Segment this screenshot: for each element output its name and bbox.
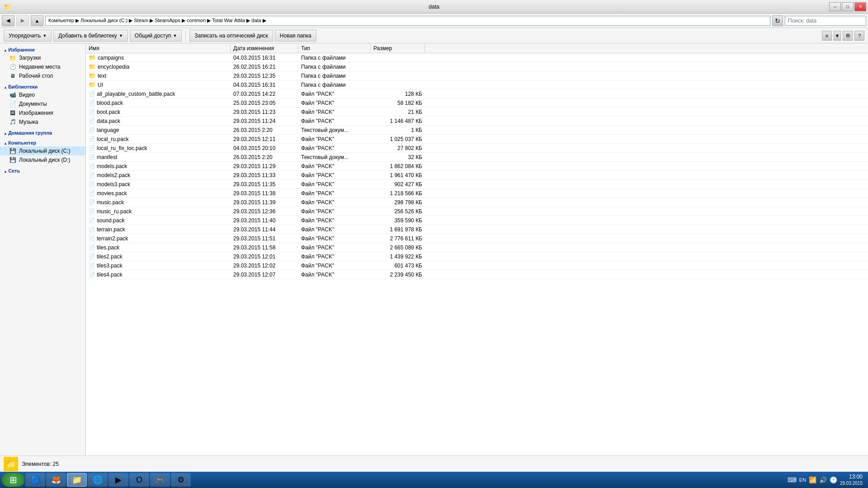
col-header-type[interactable]: Тип bbox=[298, 44, 371, 52]
table-row[interactable]: 📄 movies.pack 29.03.2015 11:38 Файл "PAC… bbox=[86, 189, 868, 198]
view-details-button[interactable]: ⊞ bbox=[843, 31, 853, 41]
file-date: 04.03.2015 16:31 bbox=[231, 55, 298, 61]
computer-section-header[interactable]: Компьютер bbox=[0, 138, 85, 146]
view-list-button[interactable]: ≡ bbox=[822, 31, 832, 41]
view-dropdown-button[interactable]: ▼ bbox=[834, 31, 841, 41]
file-size: 27 802 КБ bbox=[371, 145, 425, 151]
up-button[interactable]: ▲ bbox=[31, 15, 43, 26]
table-row[interactable]: 📄 music_ru.pack 29.03.2015 12:36 Файл "P… bbox=[86, 207, 868, 216]
toolbar: Упорядочить ▼ Добавить в библиотеку ▼ Об… bbox=[0, 28, 868, 43]
col-header-date[interactable]: Дата изменения bbox=[231, 44, 298, 52]
file-date: 29.03.2015 12:07 bbox=[231, 272, 298, 278]
sidebar-item-images[interactable]: 🖼 Изображения bbox=[0, 108, 85, 117]
sidebar-item-drive-c[interactable]: 💾 Локальный диск (C:) bbox=[0, 146, 85, 155]
table-row[interactable]: 📄 all_playable_custom_battle.pack 07.03.… bbox=[86, 89, 868, 99]
sidebar-item-desktop[interactable]: 🖥 Рабочий стол bbox=[0, 71, 85, 80]
share-arrow-icon: ▼ bbox=[173, 33, 177, 38]
file-date: 29.03.2015 11:58 bbox=[231, 244, 298, 251]
file-size: 2 665 089 КБ bbox=[371, 244, 425, 251]
taskbar-app-media[interactable]: ▶ bbox=[108, 473, 128, 487]
taskbar-app-steam[interactable]: 🎮 bbox=[150, 473, 170, 487]
table-row[interactable]: 📄 models.pack 29.03.2015 11:29 Файл "PAC… bbox=[86, 162, 868, 171]
file-icon: 📄 bbox=[89, 181, 95, 187]
sidebar-item-documents[interactable]: 📄 Документы bbox=[0, 99, 85, 108]
table-row[interactable]: 📄 models3.pack 29.03.2015 11:35 Файл "PA… bbox=[86, 180, 868, 189]
file-list-header: Имя Дата изменения Тип Размер bbox=[86, 43, 868, 53]
file-size: 1 146 487 КБ bbox=[371, 118, 425, 124]
tray-network-icon: 📶 bbox=[809, 476, 816, 483]
add-library-arrow-icon: ▼ bbox=[119, 33, 123, 38]
search-input[interactable] bbox=[785, 16, 866, 26]
col-header-name[interactable]: Имя bbox=[86, 44, 231, 52]
table-row[interactable]: 📄 tiles.pack 29.03.2015 11:58 Файл "PACK… bbox=[86, 243, 868, 252]
table-row[interactable]: 📄 tiles3.pack 29.03.2015 12:02 Файл "PAC… bbox=[86, 261, 868, 270]
table-row[interactable]: 📄 terrain.pack 29.03.2015 11:44 Файл "PA… bbox=[86, 225, 868, 234]
network-label: Сеть bbox=[8, 168, 20, 174]
taskbar-app-ie[interactable]: 🌐 bbox=[88, 473, 108, 487]
file-date: 07.03.2015 14:22 bbox=[231, 91, 298, 97]
taskbar-app-extra[interactable]: ⚙ bbox=[171, 473, 191, 487]
share-button[interactable]: Общий доступ ▼ bbox=[130, 30, 182, 42]
taskbar-app-opera[interactable]: O bbox=[129, 473, 149, 487]
taskbar-app-firefox[interactable]: 🦊 bbox=[46, 473, 66, 487]
forward-button[interactable]: ▶ bbox=[16, 15, 29, 26]
file-name: encyclopedia bbox=[98, 64, 129, 70]
new-folder-button[interactable]: Новая папка bbox=[275, 30, 316, 42]
sidebar-item-video[interactable]: 📹 Видео bbox=[0, 90, 85, 99]
file-date: 26.03.2015 2:20 bbox=[231, 127, 298, 133]
table-row[interactable]: 📁 encyclopedia 26.02.2015 16:21 Папка с … bbox=[86, 62, 868, 71]
sidebar-item-music[interactable]: 🎵 Музыка bbox=[0, 117, 85, 127]
libraries-section-header[interactable]: Библиотеки bbox=[0, 82, 85, 90]
network-section-header[interactable]: Сеть bbox=[0, 166, 85, 174]
table-row[interactable]: 📄 data.pack 29.03.2015 11:24 Файл "PACK"… bbox=[86, 117, 868, 126]
close-button[interactable]: ✕ bbox=[854, 2, 866, 11]
file-type: Файл "PACK" bbox=[298, 190, 371, 197]
sidebar-item-video-label: Видео bbox=[19, 92, 35, 98]
organize-label: Упорядочить bbox=[9, 33, 41, 39]
taskbar-app-chrome[interactable]: 🔵 bbox=[25, 473, 45, 487]
refresh-button[interactable]: ↻ bbox=[772, 15, 783, 26]
file-date: 29.03.2015 12:36 bbox=[231, 208, 298, 215]
table-row[interactable]: 📄 blood.pack 25.03.2015 23:05 Файл "PACK… bbox=[86, 99, 868, 108]
sidebar-item-drive-d[interactable]: 💾 Локальный диск (D:) bbox=[0, 155, 85, 164]
sidebar-item-recent[interactable]: 🕐 Недавние места bbox=[0, 62, 85, 71]
help-button[interactable]: ? bbox=[854, 31, 864, 41]
add-library-button[interactable]: Добавить в библиотеку ▼ bbox=[53, 30, 127, 42]
homegroup-label: Домашняя группа bbox=[8, 130, 52, 136]
burn-button[interactable]: Записать на оптический диск bbox=[189, 30, 273, 42]
table-row[interactable]: 📄 local_ru.pack 29.03.2015 12:11 Файл "P… bbox=[86, 135, 868, 144]
sidebar-item-recent-label: Недавние места bbox=[19, 64, 60, 70]
tray-keyboard-icon: ⌨ bbox=[788, 476, 797, 483]
maximize-button[interactable]: □ bbox=[842, 2, 854, 11]
file-date: 26.02.2015 16:21 bbox=[231, 64, 298, 70]
file-size: 2 239 450 КБ bbox=[371, 272, 425, 278]
table-row[interactable]: 📄 language 26.03.2015 2:20 Текстовый док… bbox=[86, 126, 868, 135]
clock-icon: 🕐 bbox=[9, 63, 16, 70]
table-row[interactable]: 📄 local_ru_fix_loc.pack 04.03.2015 20:10… bbox=[86, 144, 868, 153]
table-row[interactable]: 📄 sound.pack 29.03.2015 11:40 Файл "PACK… bbox=[86, 216, 868, 225]
minimize-button[interactable]: – bbox=[829, 2, 841, 11]
table-row[interactable]: 📄 manifest 26.03.2015 2:20 Текстовый док… bbox=[86, 153, 868, 162]
file-date: 29.03.2015 11:23 bbox=[231, 109, 298, 115]
table-row[interactable]: 📄 terrain2.pack 29.03.2015 11:51 Файл "P… bbox=[86, 234, 868, 243]
col-header-size[interactable]: Размер bbox=[371, 44, 425, 52]
table-row[interactable]: 📄 boot.pack 29.03.2015 11:23 Файл "PACK"… bbox=[86, 108, 868, 117]
taskbar-app-explorer[interactable]: 📁 bbox=[67, 473, 87, 487]
file-icon: 📄 bbox=[89, 208, 95, 214]
table-row[interactable]: 📄 models2.pack 29.03.2015 11:33 Файл "PA… bbox=[86, 171, 868, 180]
organize-button[interactable]: Упорядочить ▼ bbox=[4, 30, 52, 42]
file-type: Файл "PACK" bbox=[298, 163, 371, 169]
back-button[interactable]: ◀ bbox=[2, 15, 14, 26]
homegroup-section-header[interactable]: Домашняя группа bbox=[0, 128, 85, 136]
table-row[interactable]: 📁 campaigns 04.03.2015 16:31 Папка с фай… bbox=[86, 53, 868, 62]
file-type: Файл "PACK" bbox=[298, 100, 371, 106]
table-row[interactable]: 📄 music.pack 29.03.2015 11:39 Файл "PACK… bbox=[86, 198, 868, 207]
favorites-section-header[interactable]: Избранное bbox=[0, 45, 85, 53]
sidebar-item-downloads[interactable]: 📁 Загрузки bbox=[0, 53, 85, 62]
table-row[interactable]: 📄 tiles2.pack 29.03.2015 12:01 Файл "PAC… bbox=[86, 252, 868, 261]
table-row[interactable]: 📁 UI 04.03.2015 16:31 Папка с файлами bbox=[86, 80, 868, 89]
start-button[interactable]: ⊞ bbox=[2, 473, 24, 487]
address-path[interactable]: Компьютер ▶ Локальный диск (C:) ▶ Steam … bbox=[45, 16, 770, 26]
table-row[interactable]: 📁 text 29.03.2015 12:35 Папка с файлами bbox=[86, 71, 868, 80]
table-row[interactable]: 📄 tiles4.pack 29.03.2015 12:07 Файл "PAC… bbox=[86, 270, 868, 279]
